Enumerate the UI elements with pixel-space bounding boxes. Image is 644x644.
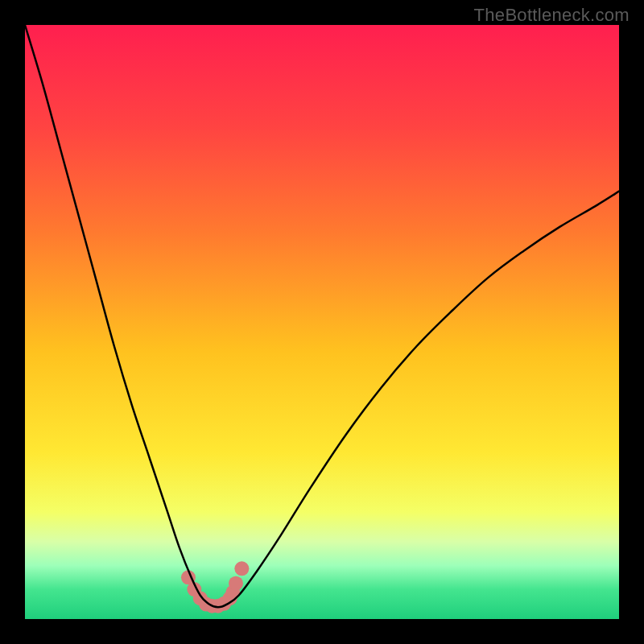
highlight-dot: [234, 561, 249, 576]
highlight-dot: [229, 576, 243, 591]
chart-stage: TheBottleneck.com: [0, 0, 644, 644]
bottleneck-curve: [25, 25, 619, 607]
watermark-text: TheBottleneck.com: [474, 5, 630, 26]
plot-area: [25, 25, 619, 619]
chart-svg: [25, 25, 619, 619]
highlight-dots: [181, 561, 249, 613]
